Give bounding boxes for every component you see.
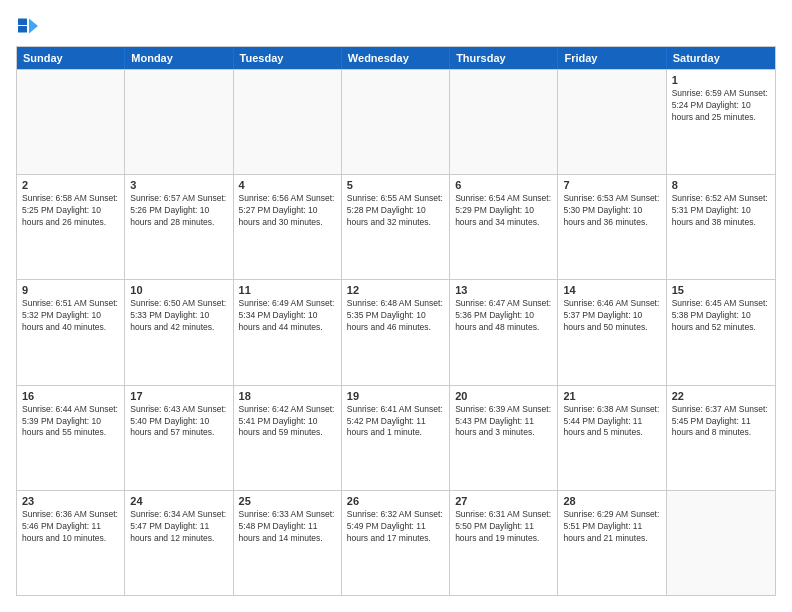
calendar-cell-3: 3Sunrise: 6:57 AM Sunset: 5:26 PM Daylig…: [125, 175, 233, 279]
calendar-cell-8: 8Sunrise: 6:52 AM Sunset: 5:31 PM Daylig…: [667, 175, 775, 279]
day-number: 16: [22, 390, 119, 402]
day-number: 14: [563, 284, 660, 296]
calendar-week-2: 2Sunrise: 6:58 AM Sunset: 5:25 PM Daylig…: [17, 174, 775, 279]
calendar-cell-13: 13Sunrise: 6:47 AM Sunset: 5:36 PM Dayli…: [450, 280, 558, 384]
page-header: [16, 16, 776, 36]
calendar-cell-22: 22Sunrise: 6:37 AM Sunset: 5:45 PM Dayli…: [667, 386, 775, 490]
svg-rect-0: [18, 19, 27, 26]
cell-info: Sunrise: 6:58 AM Sunset: 5:25 PM Dayligh…: [22, 193, 119, 229]
cell-info: Sunrise: 6:29 AM Sunset: 5:51 PM Dayligh…: [563, 509, 660, 545]
cell-info: Sunrise: 6:59 AM Sunset: 5:24 PM Dayligh…: [672, 88, 770, 124]
calendar-cell-25: 25Sunrise: 6:33 AM Sunset: 5:48 PM Dayli…: [234, 491, 342, 595]
day-number: 3: [130, 179, 227, 191]
calendar-cell-empty-0-4: [450, 70, 558, 174]
day-of-week-thursday: Thursday: [450, 47, 558, 69]
calendar-cell-11: 11Sunrise: 6:49 AM Sunset: 5:34 PM Dayli…: [234, 280, 342, 384]
day-number: 21: [563, 390, 660, 402]
calendar-cell-empty-0-3: [342, 70, 450, 174]
calendar-cell-10: 10Sunrise: 6:50 AM Sunset: 5:33 PM Dayli…: [125, 280, 233, 384]
calendar-header: SundayMondayTuesdayWednesdayThursdayFrid…: [17, 47, 775, 69]
calendar-cell-27: 27Sunrise: 6:31 AM Sunset: 5:50 PM Dayli…: [450, 491, 558, 595]
cell-info: Sunrise: 6:53 AM Sunset: 5:30 PM Dayligh…: [563, 193, 660, 229]
cell-info: Sunrise: 6:33 AM Sunset: 5:48 PM Dayligh…: [239, 509, 336, 545]
day-number: 8: [672, 179, 770, 191]
cell-info: Sunrise: 6:49 AM Sunset: 5:34 PM Dayligh…: [239, 298, 336, 334]
cell-info: Sunrise: 6:36 AM Sunset: 5:46 PM Dayligh…: [22, 509, 119, 545]
calendar-cell-15: 15Sunrise: 6:45 AM Sunset: 5:38 PM Dayli…: [667, 280, 775, 384]
cell-info: Sunrise: 6:50 AM Sunset: 5:33 PM Dayligh…: [130, 298, 227, 334]
calendar-cell-empty-0-0: [17, 70, 125, 174]
calendar-cell-28: 28Sunrise: 6:29 AM Sunset: 5:51 PM Dayli…: [558, 491, 666, 595]
day-of-week-sunday: Sunday: [17, 47, 125, 69]
cell-info: Sunrise: 6:56 AM Sunset: 5:27 PM Dayligh…: [239, 193, 336, 229]
day-of-week-tuesday: Tuesday: [234, 47, 342, 69]
calendar-cell-17: 17Sunrise: 6:43 AM Sunset: 5:40 PM Dayli…: [125, 386, 233, 490]
calendar-body: 1Sunrise: 6:59 AM Sunset: 5:24 PM Daylig…: [17, 69, 775, 595]
calendar-cell-20: 20Sunrise: 6:39 AM Sunset: 5:43 PM Dayli…: [450, 386, 558, 490]
cell-info: Sunrise: 6:37 AM Sunset: 5:45 PM Dayligh…: [672, 404, 770, 440]
calendar-cell-19: 19Sunrise: 6:41 AM Sunset: 5:42 PM Dayli…: [342, 386, 450, 490]
calendar-cell-4: 4Sunrise: 6:56 AM Sunset: 5:27 PM Daylig…: [234, 175, 342, 279]
logo-icon: [18, 16, 38, 36]
cell-info: Sunrise: 6:55 AM Sunset: 5:28 PM Dayligh…: [347, 193, 444, 229]
cell-info: Sunrise: 6:46 AM Sunset: 5:37 PM Dayligh…: [563, 298, 660, 334]
calendar-cell-14: 14Sunrise: 6:46 AM Sunset: 5:37 PM Dayli…: [558, 280, 666, 384]
cell-info: Sunrise: 6:42 AM Sunset: 5:41 PM Dayligh…: [239, 404, 336, 440]
cell-info: Sunrise: 6:45 AM Sunset: 5:38 PM Dayligh…: [672, 298, 770, 334]
day-of-week-saturday: Saturday: [667, 47, 775, 69]
cell-info: Sunrise: 6:39 AM Sunset: 5:43 PM Dayligh…: [455, 404, 552, 440]
calendar-cell-16: 16Sunrise: 6:44 AM Sunset: 5:39 PM Dayli…: [17, 386, 125, 490]
calendar-cell-6: 6Sunrise: 6:54 AM Sunset: 5:29 PM Daylig…: [450, 175, 558, 279]
calendar-cell-21: 21Sunrise: 6:38 AM Sunset: 5:44 PM Dayli…: [558, 386, 666, 490]
calendar-cell-7: 7Sunrise: 6:53 AM Sunset: 5:30 PM Daylig…: [558, 175, 666, 279]
calendar-cell-1: 1Sunrise: 6:59 AM Sunset: 5:24 PM Daylig…: [667, 70, 775, 174]
cell-info: Sunrise: 6:47 AM Sunset: 5:36 PM Dayligh…: [455, 298, 552, 334]
day-number: 2: [22, 179, 119, 191]
day-of-week-monday: Monday: [125, 47, 233, 69]
calendar-cell-empty-0-1: [125, 70, 233, 174]
day-number: 18: [239, 390, 336, 402]
calendar-cell-26: 26Sunrise: 6:32 AM Sunset: 5:49 PM Dayli…: [342, 491, 450, 595]
day-number: 22: [672, 390, 770, 402]
day-number: 4: [239, 179, 336, 191]
cell-info: Sunrise: 6:44 AM Sunset: 5:39 PM Dayligh…: [22, 404, 119, 440]
svg-rect-1: [18, 26, 27, 33]
day-number: 15: [672, 284, 770, 296]
cell-info: Sunrise: 6:51 AM Sunset: 5:32 PM Dayligh…: [22, 298, 119, 334]
calendar: SundayMondayTuesdayWednesdayThursdayFrid…: [16, 46, 776, 596]
day-number: 23: [22, 495, 119, 507]
day-number: 1: [672, 74, 770, 86]
cell-info: Sunrise: 6:54 AM Sunset: 5:29 PM Dayligh…: [455, 193, 552, 229]
cell-info: Sunrise: 6:52 AM Sunset: 5:31 PM Dayligh…: [672, 193, 770, 229]
day-number: 28: [563, 495, 660, 507]
cell-info: Sunrise: 6:41 AM Sunset: 5:42 PM Dayligh…: [347, 404, 444, 440]
day-number: 20: [455, 390, 552, 402]
day-number: 17: [130, 390, 227, 402]
calendar-week-3: 9Sunrise: 6:51 AM Sunset: 5:32 PM Daylig…: [17, 279, 775, 384]
day-number: 24: [130, 495, 227, 507]
calendar-cell-5: 5Sunrise: 6:55 AM Sunset: 5:28 PM Daylig…: [342, 175, 450, 279]
calendar-cell-24: 24Sunrise: 6:34 AM Sunset: 5:47 PM Dayli…: [125, 491, 233, 595]
cell-info: Sunrise: 6:38 AM Sunset: 5:44 PM Dayligh…: [563, 404, 660, 440]
day-number: 5: [347, 179, 444, 191]
cell-info: Sunrise: 6:31 AM Sunset: 5:50 PM Dayligh…: [455, 509, 552, 545]
cell-info: Sunrise: 6:32 AM Sunset: 5:49 PM Dayligh…: [347, 509, 444, 545]
day-number: 9: [22, 284, 119, 296]
day-number: 25: [239, 495, 336, 507]
day-number: 13: [455, 284, 552, 296]
day-number: 11: [239, 284, 336, 296]
cell-info: Sunrise: 6:57 AM Sunset: 5:26 PM Dayligh…: [130, 193, 227, 229]
svg-marker-2: [29, 19, 38, 34]
calendar-cell-23: 23Sunrise: 6:36 AM Sunset: 5:46 PM Dayli…: [17, 491, 125, 595]
calendar-page: SundayMondayTuesdayWednesdayThursdayFrid…: [0, 0, 792, 612]
logo: [16, 16, 42, 36]
cell-info: Sunrise: 6:34 AM Sunset: 5:47 PM Dayligh…: [130, 509, 227, 545]
calendar-week-5: 23Sunrise: 6:36 AM Sunset: 5:46 PM Dayli…: [17, 490, 775, 595]
day-number: 10: [130, 284, 227, 296]
calendar-cell-2: 2Sunrise: 6:58 AM Sunset: 5:25 PM Daylig…: [17, 175, 125, 279]
calendar-week-4: 16Sunrise: 6:44 AM Sunset: 5:39 PM Dayli…: [17, 385, 775, 490]
calendar-cell-empty-0-2: [234, 70, 342, 174]
calendar-cell-empty-4-6: [667, 491, 775, 595]
calendar-cell-9: 9Sunrise: 6:51 AM Sunset: 5:32 PM Daylig…: [17, 280, 125, 384]
calendar-cell-12: 12Sunrise: 6:48 AM Sunset: 5:35 PM Dayli…: [342, 280, 450, 384]
